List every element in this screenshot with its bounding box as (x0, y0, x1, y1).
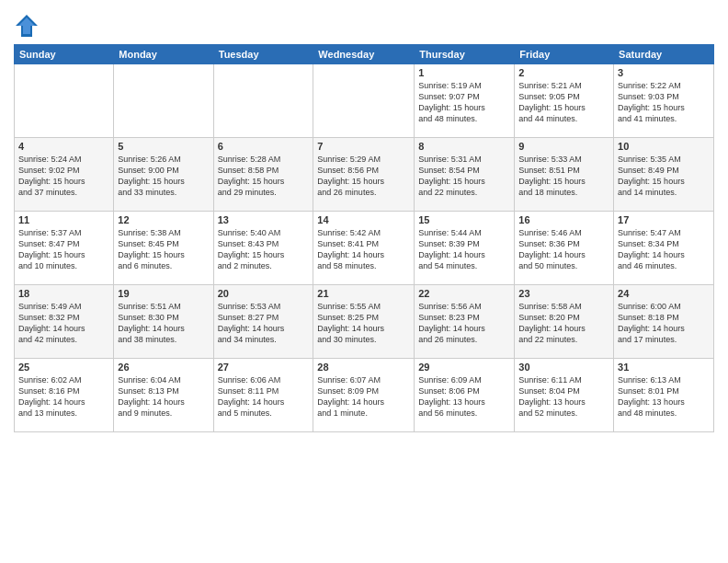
day-info: Sunrise: 5:26 AM Sunset: 9:00 PM Dayligh… (118, 154, 209, 199)
calendar-cell: 23Sunrise: 5:58 AM Sunset: 8:20 PM Dayli… (515, 285, 614, 359)
calendar-cell (213, 64, 313, 138)
day-info: Sunrise: 5:51 AM Sunset: 8:30 PM Dayligh… (118, 301, 209, 346)
day-info: Sunrise: 6:07 AM Sunset: 8:09 PM Dayligh… (317, 374, 410, 419)
day-info: Sunrise: 6:06 AM Sunset: 8:11 PM Dayligh… (218, 374, 310, 419)
calendar-cell: 14Sunrise: 5:42 AM Sunset: 8:41 PM Dayli… (313, 212, 415, 285)
day-number: 14 (317, 214, 410, 225)
calendar-cell: 27Sunrise: 6:06 AM Sunset: 8:11 PM Dayli… (213, 359, 313, 432)
day-number: 15 (418, 214, 510, 225)
day-info: Sunrise: 5:38 AM Sunset: 8:45 PM Dayligh… (118, 227, 209, 272)
calendar-cell: 12Sunrise: 5:38 AM Sunset: 8:45 PM Dayli… (114, 212, 213, 285)
calendar-cell (114, 64, 213, 138)
day-info: Sunrise: 5:35 AM Sunset: 8:49 PM Dayligh… (618, 154, 710, 199)
day-info: Sunrise: 5:33 AM Sunset: 8:51 PM Dayligh… (518, 154, 609, 199)
calendar-cell: 28Sunrise: 6:07 AM Sunset: 8:09 PM Dayli… (313, 359, 415, 432)
day-number: 8 (418, 141, 510, 152)
logo-icon (14, 13, 40, 39)
calendar-cell: 22Sunrise: 5:56 AM Sunset: 8:23 PM Dayli… (415, 285, 515, 359)
calendar-cell: 16Sunrise: 5:46 AM Sunset: 8:36 PM Dayli… (515, 212, 614, 285)
day-info: Sunrise: 5:22 AM Sunset: 9:03 PM Dayligh… (618, 80, 710, 125)
day-number: 30 (518, 362, 609, 373)
day-info: Sunrise: 5:46 AM Sunset: 8:36 PM Dayligh… (518, 227, 609, 272)
day-info: Sunrise: 6:09 AM Sunset: 8:06 PM Dayligh… (418, 374, 510, 419)
calendar-cell: 30Sunrise: 6:11 AM Sunset: 8:04 PM Dayli… (515, 359, 614, 432)
day-number: 21 (317, 288, 410, 299)
day-number: 16 (518, 214, 609, 225)
day-info: Sunrise: 5:28 AM Sunset: 8:58 PM Dayligh… (218, 154, 310, 199)
weekday-header: Thursday (415, 45, 515, 64)
day-number: 29 (418, 362, 510, 373)
day-number: 28 (317, 362, 410, 373)
calendar-cell: 20Sunrise: 5:53 AM Sunset: 8:27 PM Dayli… (213, 285, 313, 359)
calendar-cell: 8Sunrise: 5:31 AM Sunset: 8:54 PM Daylig… (415, 138, 515, 212)
calendar-cell: 24Sunrise: 6:00 AM Sunset: 8:18 PM Dayli… (614, 285, 714, 359)
day-info: Sunrise: 5:40 AM Sunset: 8:43 PM Dayligh… (218, 227, 310, 272)
day-info: Sunrise: 5:58 AM Sunset: 8:20 PM Dayligh… (518, 301, 609, 346)
calendar-cell: 29Sunrise: 6:09 AM Sunset: 8:06 PM Dayli… (415, 359, 515, 432)
day-number: 24 (618, 288, 710, 299)
day-number: 23 (518, 288, 609, 299)
day-info: Sunrise: 6:00 AM Sunset: 8:18 PM Dayligh… (618, 301, 710, 346)
day-number: 25 (18, 362, 109, 373)
day-number: 2 (518, 67, 609, 78)
weekday-header: Friday (515, 45, 614, 64)
day-number: 18 (18, 288, 109, 299)
svg-marker-1 (18, 17, 35, 34)
calendar-cell: 17Sunrise: 5:47 AM Sunset: 8:34 PM Dayli… (614, 212, 714, 285)
header (14, 9, 714, 39)
weekday-header: Saturday (614, 45, 714, 64)
calendar-cell: 4Sunrise: 5:24 AM Sunset: 9:02 PM Daylig… (15, 138, 114, 212)
day-info: Sunrise: 5:31 AM Sunset: 8:54 PM Dayligh… (418, 154, 510, 199)
day-info: Sunrise: 6:02 AM Sunset: 8:16 PM Dayligh… (18, 374, 109, 419)
weekday-header: Tuesday (213, 45, 313, 64)
day-info: Sunrise: 5:53 AM Sunset: 8:27 PM Dayligh… (218, 301, 310, 346)
calendar-cell: 5Sunrise: 5:26 AM Sunset: 9:00 PM Daylig… (114, 138, 213, 212)
day-info: Sunrise: 5:19 AM Sunset: 9:07 PM Dayligh… (418, 80, 510, 125)
calendar-cell: 25Sunrise: 6:02 AM Sunset: 8:16 PM Dayli… (15, 359, 114, 432)
logo (14, 13, 42, 39)
weekday-header: Monday (114, 45, 213, 64)
day-number: 1 (418, 67, 510, 78)
calendar-cell: 6Sunrise: 5:28 AM Sunset: 8:58 PM Daylig… (213, 138, 313, 212)
day-number: 17 (618, 214, 710, 225)
calendar-cell: 31Sunrise: 6:13 AM Sunset: 8:01 PM Dayli… (614, 359, 714, 432)
day-info: Sunrise: 5:42 AM Sunset: 8:41 PM Dayligh… (317, 227, 410, 272)
day-number: 6 (218, 141, 310, 152)
day-number: 5 (118, 141, 209, 152)
day-number: 10 (618, 141, 710, 152)
calendar-cell: 10Sunrise: 5:35 AM Sunset: 8:49 PM Dayli… (614, 138, 714, 212)
calendar-cell: 26Sunrise: 6:04 AM Sunset: 8:13 PM Dayli… (114, 359, 213, 432)
day-number: 13 (218, 214, 310, 225)
calendar-table: SundayMondayTuesdayWednesdayThursdayFrid… (14, 44, 714, 432)
day-number: 11 (18, 214, 109, 225)
day-info: Sunrise: 5:37 AM Sunset: 8:47 PM Dayligh… (18, 227, 109, 272)
day-number: 9 (518, 141, 609, 152)
calendar-week-row: 4Sunrise: 5:24 AM Sunset: 9:02 PM Daylig… (15, 138, 714, 212)
day-number: 26 (118, 362, 209, 373)
day-number: 4 (18, 141, 109, 152)
weekday-header-row: SundayMondayTuesdayWednesdayThursdayFrid… (15, 45, 714, 64)
calendar-week-row: 18Sunrise: 5:49 AM Sunset: 8:32 PM Dayli… (15, 285, 714, 359)
day-info: Sunrise: 5:24 AM Sunset: 9:02 PM Dayligh… (18, 154, 109, 199)
day-info: Sunrise: 5:29 AM Sunset: 8:56 PM Dayligh… (317, 154, 410, 199)
weekday-header: Wednesday (313, 45, 415, 64)
calendar-cell: 9Sunrise: 5:33 AM Sunset: 8:51 PM Daylig… (515, 138, 614, 212)
day-info: Sunrise: 5:56 AM Sunset: 8:23 PM Dayligh… (418, 301, 510, 346)
day-info: Sunrise: 5:49 AM Sunset: 8:32 PM Dayligh… (18, 301, 109, 346)
calendar-cell: 13Sunrise: 5:40 AM Sunset: 8:43 PM Dayli… (213, 212, 313, 285)
calendar-cell: 2Sunrise: 5:21 AM Sunset: 9:05 PM Daylig… (515, 64, 614, 138)
day-info: Sunrise: 6:13 AM Sunset: 8:01 PM Dayligh… (618, 374, 710, 419)
day-number: 12 (118, 214, 209, 225)
day-number: 31 (618, 362, 710, 373)
day-number: 22 (418, 288, 510, 299)
day-info: Sunrise: 5:47 AM Sunset: 8:34 PM Dayligh… (618, 227, 710, 272)
day-info: Sunrise: 5:55 AM Sunset: 8:25 PM Dayligh… (317, 301, 410, 346)
calendar-cell: 1Sunrise: 5:19 AM Sunset: 9:07 PM Daylig… (415, 64, 515, 138)
calendar-cell: 3Sunrise: 5:22 AM Sunset: 9:03 PM Daylig… (614, 64, 714, 138)
day-number: 27 (218, 362, 310, 373)
day-info: Sunrise: 5:44 AM Sunset: 8:39 PM Dayligh… (418, 227, 510, 272)
calendar-cell: 19Sunrise: 5:51 AM Sunset: 8:30 PM Dayli… (114, 285, 213, 359)
calendar-cell (313, 64, 415, 138)
day-number: 7 (317, 141, 410, 152)
calendar-cell: 7Sunrise: 5:29 AM Sunset: 8:56 PM Daylig… (313, 138, 415, 212)
